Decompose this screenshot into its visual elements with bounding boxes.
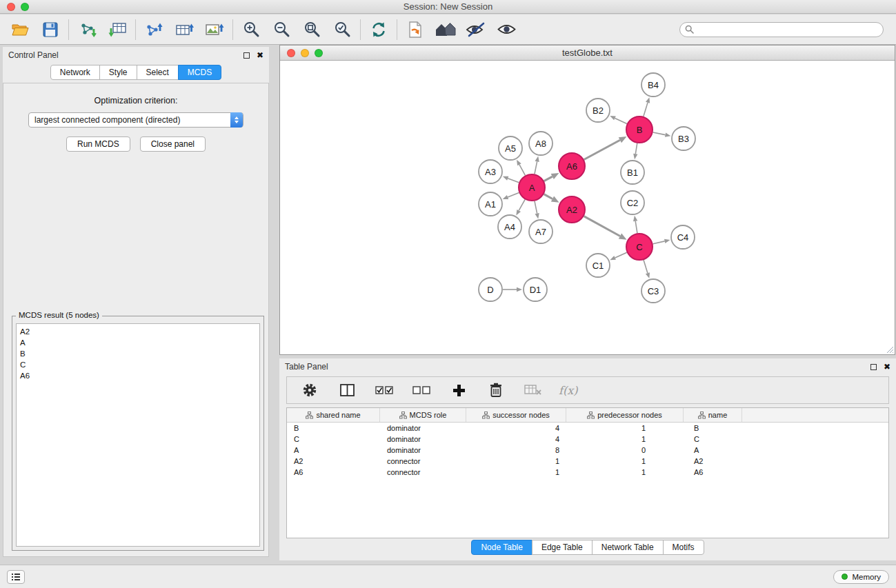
close-panel-button[interactable]: Close panel (140, 136, 206, 152)
tab-network[interactable]: Network (50, 65, 100, 80)
graph-node-B3[interactable]: B3 (672, 127, 695, 150)
column-header-successor-nodes[interactable]: successor nodes (466, 408, 566, 422)
tab-motifs[interactable]: Motifs (663, 540, 704, 555)
function-builder-button[interactable]: f(x) (559, 384, 577, 397)
float-table-panel-icon[interactable] (870, 364, 877, 370)
table-cell[interactable]: 1 (566, 456, 684, 467)
refresh-view-button[interactable] (367, 18, 390, 41)
mcds-result-item[interactable]: A (20, 337, 256, 348)
table-cell[interactable]: 1 (566, 434, 684, 445)
resize-gripper-icon[interactable] (886, 345, 894, 354)
table-cell[interactable]: dominator (380, 423, 466, 434)
deselect-all-columns-button[interactable] (410, 378, 433, 402)
tab-mcds[interactable]: MCDS (178, 65, 221, 80)
table-settings-button[interactable] (298, 378, 321, 402)
table-cell[interactable]: dominator (380, 434, 466, 445)
table-cell[interactable]: 1 (566, 423, 684, 434)
graph-edge-C-C3[interactable] (644, 260, 648, 273)
home-view-button[interactable] (434, 18, 457, 41)
export-table-button[interactable] (172, 18, 196, 41)
tab-network-table[interactable]: Network Table (592, 540, 664, 555)
table-cell[interactable]: A (287, 445, 380, 456)
table-cell[interactable]: 1 (466, 456, 566, 467)
table-cell[interactable]: A6 (287, 467, 380, 478)
column-header-shared-name[interactable]: shared name (287, 408, 380, 422)
tab-node-table[interactable]: Node Table (471, 540, 532, 555)
table-cell[interactable]: A (684, 445, 742, 456)
export-network-button[interactable] (142, 18, 166, 41)
column-header-MCDS-role[interactable]: MCDS role (380, 408, 466, 422)
table-cell[interactable]: 8 (466, 445, 566, 456)
graph-node-A3[interactable]: A3 (479, 160, 502, 183)
mcds-result-item[interactable]: B (20, 348, 256, 359)
mcds-result-item[interactable]: A2 (20, 326, 256, 337)
hide-graphics-button[interactable] (464, 18, 488, 41)
graph-edge-B-B3[interactable] (653, 132, 666, 135)
graph-edge-A-A6[interactable] (544, 176, 552, 181)
import-table-button[interactable] (106, 18, 129, 41)
graph-node-A6[interactable]: A6 (559, 153, 585, 179)
table-row[interactable]: Adominator80A (287, 445, 888, 456)
graph-node-C1[interactable]: C1 (586, 254, 610, 277)
show-columns-button[interactable] (335, 378, 359, 402)
network-graph[interactable]: B4B2BB3A8A5A6B1A3AC2A1A2A4A7C4CC1DD1C3 (280, 61, 895, 354)
delete-column-button[interactable] (484, 378, 508, 402)
graph-node-C4[interactable]: C4 (671, 225, 695, 249)
close-table-panel-icon[interactable]: ✖ (884, 363, 890, 371)
mcds-result-list[interactable]: A2ABCA6 (16, 323, 260, 547)
table-cell[interactable]: C (287, 434, 380, 445)
table-cell[interactable]: A2 (287, 456, 380, 467)
graph-node-B[interactable]: B (626, 116, 653, 143)
network-canvas[interactable]: B4B2BB3A8A5A6B1A3AC2A1A2A4A7C4CC1DD1C3 (280, 61, 895, 354)
graph-edge-A2-C[interactable] (584, 216, 620, 236)
table-cell[interactable]: 0 (566, 445, 684, 456)
column-header-predecessor-nodes[interactable]: predecessor nodes (566, 408, 684, 422)
table-row[interactable]: A6connector11A6 (287, 467, 888, 478)
import-file-button[interactable] (404, 18, 427, 41)
delete-table-button[interactable] (521, 378, 545, 402)
graph-edge-C-C1[interactable] (615, 252, 627, 258)
graph-edge-A-A8[interactable] (535, 161, 537, 174)
import-network-button[interactable] (75, 18, 99, 41)
graph-node-C2[interactable]: C2 (621, 191, 644, 214)
table-row[interactable]: Bdominator41B (287, 423, 888, 434)
graph-edge-A6-B[interactable] (584, 140, 620, 159)
graph-node-A1[interactable]: A1 (479, 192, 502, 216)
table-cell[interactable]: B (287, 423, 380, 434)
graph-node-C3[interactable]: C3 (641, 279, 665, 303)
search-input[interactable] (697, 25, 870, 34)
search-field[interactable] (679, 22, 884, 37)
graph-node-A2[interactable]: A2 (559, 196, 585, 223)
open-session-button[interactable] (8, 18, 32, 41)
graph-edge-A-A2[interactable] (544, 194, 552, 199)
close-panel-icon[interactable]: ✖ (257, 51, 263, 59)
graph-node-A[interactable]: A (519, 174, 545, 201)
graph-edge-A-A7[interactable] (535, 201, 537, 214)
graph-node-A5[interactable]: A5 (499, 136, 522, 160)
graph-edge-C-C4[interactable] (653, 241, 665, 244)
graph-node-D1[interactable]: D1 (524, 278, 547, 301)
graph-edge-A-A1[interactable] (508, 192, 519, 197)
graph-edge-A-A3[interactable] (508, 179, 519, 183)
create-column-button[interactable] (447, 378, 470, 402)
table-cell[interactable]: 1 (466, 467, 566, 478)
table-cell[interactable]: A6 (684, 467, 742, 478)
zoom-out-button[interactable] (270, 18, 293, 41)
tab-edge-table[interactable]: Edge Table (532, 540, 593, 555)
graph-edge-C-C2[interactable] (635, 221, 637, 234)
mcds-result-item[interactable]: C (20, 359, 256, 370)
graph-node-B1[interactable]: B1 (621, 161, 644, 184)
table-row[interactable]: A2connector11A2 (287, 456, 888, 467)
criterion-dropdown[interactable]: largest connected component (directed) (28, 112, 243, 128)
tab-style[interactable]: Style (99, 65, 137, 80)
table-cell[interactable]: connector (380, 467, 466, 478)
graph-node-A7[interactable]: A7 (529, 220, 552, 243)
memory-button[interactable]: Memory (833, 570, 889, 584)
save-session-button[interactable] (39, 18, 62, 41)
graph-node-D[interactable]: D (479, 278, 502, 301)
select-all-columns-button[interactable] (372, 378, 396, 402)
graph-edge-A-A5[interactable] (519, 165, 526, 176)
zoom-in-button[interactable] (239, 18, 263, 41)
graph-node-C[interactable]: C (626, 234, 653, 260)
table-cell[interactable]: 4 (466, 423, 566, 434)
